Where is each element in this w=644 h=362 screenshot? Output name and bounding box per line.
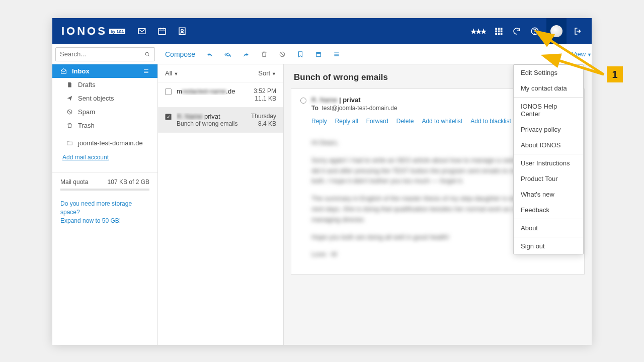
quota-bar	[60, 189, 149, 191]
filter-all[interactable]: All▼	[165, 69, 178, 77]
svg-rect-8	[501, 31, 503, 33]
more-icon[interactable]	[333, 51, 340, 58]
sidebar-item-spam[interactable]: Spam	[52, 105, 157, 119]
reply-all-icon[interactable]	[224, 51, 231, 58]
avatar-button[interactable]	[546, 18, 567, 44]
svg-point-13	[534, 33, 535, 34]
calendar-icon[interactable]	[157, 27, 167, 36]
message-list: All▼ Sort▼ mredacted-name.de 3:52 PM 11.…	[158, 64, 284, 345]
topbar-left-icons	[137, 27, 187, 36]
menu-item[interactable]: Feedback	[514, 202, 583, 218]
sidebar-item-label: Inbox	[72, 67, 90, 75]
sort-button[interactable]: Sort▼	[258, 69, 276, 77]
sidebar-item-label: Sent objects	[78, 95, 114, 102]
menu-item[interactable]: Sign out	[514, 238, 583, 254]
menu-item[interactable]: IONOS Help Center	[514, 99, 583, 122]
search-icon[interactable]	[144, 51, 150, 58]
refresh-icon[interactable]	[512, 27, 521, 36]
svg-rect-5	[501, 28, 503, 30]
brand-logo: IONOS	[61, 25, 107, 38]
search-input[interactable]	[55, 47, 155, 61]
contacts-icon[interactable]	[178, 27, 187, 36]
view-dropdown[interactable]: View▼	[572, 50, 592, 58]
file-icon	[66, 81, 73, 88]
trash-icon	[66, 122, 73, 129]
quota-section: Mail quota 107 KB of 2 GB Do you need mo…	[52, 172, 157, 231]
sidebar-item-sent[interactable]: Sent objects	[52, 92, 157, 105]
apps-grid-icon[interactable]	[494, 27, 503, 36]
bookmark-icon[interactable]	[297, 51, 304, 58]
sidebar: Inbox Drafts Sent objects Spam Trash	[52, 64, 158, 345]
app-window: IONOS by 1&1 ★★★ Compose	[52, 18, 592, 345]
sidebar-item-domain[interactable]: joomla-test-domain.de	[52, 136, 157, 150]
svg-point-14	[145, 52, 148, 55]
reply-all-link[interactable]: Reply all	[335, 118, 358, 125]
compose-button[interactable]: Compose	[165, 50, 195, 58]
svg-point-2	[181, 29, 184, 32]
blacklist-link[interactable]: Add to blacklist	[470, 118, 511, 125]
forward-link[interactable]: Forward	[366, 118, 388, 125]
avatar-icon	[550, 25, 562, 37]
sender: mredacted-name.de	[177, 87, 235, 95]
reply-icon[interactable]	[206, 51, 213, 58]
svg-rect-3	[495, 28, 497, 30]
toolbar: Compose View▼	[52, 44, 592, 64]
help-icon[interactable]	[530, 27, 539, 36]
svg-rect-17	[316, 53, 320, 56]
mail-icon[interactable]	[137, 27, 146, 36]
menu-item[interactable]: Privacy policy	[514, 122, 583, 137]
sidebar-item-inbox[interactable]: Inbox	[52, 64, 157, 78]
select-radio[interactable]	[300, 98, 306, 104]
whitelist-link[interactable]: Add to whitelist	[422, 118, 462, 125]
svg-rect-11	[501, 33, 503, 35]
size: 11.1 KB	[255, 95, 276, 102]
add-mail-account[interactable]: Add mail account	[52, 150, 157, 169]
to-line: To test@joomla-test-domain.de	[311, 105, 537, 112]
forward-icon[interactable]	[243, 51, 250, 58]
sidebar-item-label: Drafts	[78, 81, 96, 88]
topbar-right-icons: ★★★	[470, 18, 583, 44]
sidebar-item-label: Trash	[78, 122, 95, 129]
search-field[interactable]	[60, 50, 144, 58]
ban-icon	[66, 109, 73, 115]
stars-icon[interactable]: ★★★	[470, 27, 485, 36]
sidebar-item-trash[interactable]: Trash	[52, 119, 157, 132]
svg-rect-4	[498, 28, 500, 30]
delete-link[interactable]: Delete	[396, 118, 414, 125]
time: Thursday	[251, 113, 276, 120]
checkbox[interactable]	[165, 114, 172, 120]
sidebar-item-drafts[interactable]: Drafts	[52, 78, 157, 92]
msglist-header: All▼ Sort▼	[158, 64, 283, 82]
from-line: R. Name | privat	[311, 96, 537, 104]
size: 8.4 KB	[258, 120, 276, 127]
annotation-callout: 1	[607, 66, 623, 82]
svg-rect-0	[158, 29, 166, 35]
menu-item[interactable]: About IONOS	[514, 137, 583, 153]
table-row[interactable]: R. Name privat Thursday Bunch of wrong e…	[158, 108, 283, 133]
spam-icon[interactable]	[279, 51, 286, 58]
plane-icon	[66, 95, 73, 102]
menu-item[interactable]: What's new	[514, 187, 583, 202]
logout-icon[interactable]	[574, 27, 583, 36]
folder-icon	[66, 140, 73, 146]
sidebar-item-label: joomla-test-domain.de	[78, 139, 143, 147]
sender: R. Name privat	[177, 113, 220, 120]
user-menu-dropdown: Edit SettingsMy contact dataIONOS Help C…	[513, 64, 584, 254]
checkbox[interactable]	[165, 88, 172, 95]
svg-rect-6	[495, 31, 497, 33]
mail-open-icon	[60, 68, 67, 74]
hamburger-icon[interactable]	[143, 68, 149, 74]
menu-item[interactable]: Edit Settings	[514, 65, 583, 80]
archive-icon[interactable]	[315, 51, 322, 58]
menu-item[interactable]: User Instructions	[514, 155, 583, 171]
subject: Bunch of wrong emails	[177, 120, 237, 127]
reply-link[interactable]: Reply	[311, 118, 327, 125]
storage-upsell[interactable]: Do you need more storage space? Expand n…	[60, 200, 149, 225]
time: 3:52 PM	[254, 87, 276, 95]
table-row[interactable]: mredacted-name.de 3:52 PM 11.1 KB	[158, 82, 283, 108]
menu-item[interactable]: About	[514, 220, 583, 236]
menu-item[interactable]: Product Tour	[514, 171, 583, 187]
menu-item[interactable]: My contact data	[514, 80, 583, 96]
svg-rect-10	[498, 33, 500, 35]
delete-icon[interactable]	[261, 51, 268, 58]
